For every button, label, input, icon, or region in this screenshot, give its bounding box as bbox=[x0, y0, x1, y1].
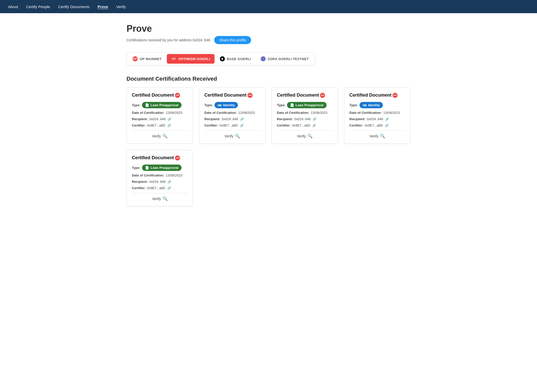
card-0-title: Certified Document bbox=[132, 93, 174, 98]
card-3-divider bbox=[349, 130, 405, 131]
card-4-type-field: Type: 📄 Loan Preapproval bbox=[132, 165, 188, 171]
card-1-type-value: Identity bbox=[223, 103, 235, 107]
card-0-date-value: 12/08/2023 bbox=[166, 111, 182, 115]
card-4-verify-icon: 🔍 bbox=[163, 196, 168, 201]
base-goerli-icon: ⬟ bbox=[220, 56, 225, 61]
tab-op-mainnet[interactable]: OP OP MAINNET bbox=[128, 54, 166, 64]
card-0-certifier-field: Certifier: 0x9E7...a8D 🔗 bbox=[132, 123, 188, 127]
card-0-type-field: Type: 📄 Loan Preapproval bbox=[132, 102, 188, 108]
card-2-type-field: Type: 📄 Loan Preapproval bbox=[277, 102, 333, 108]
nav-verify[interactable]: Verify bbox=[116, 4, 126, 10]
card-3-certifier-link-icon[interactable]: 🔗 bbox=[385, 124, 389, 127]
card-2-divider bbox=[277, 130, 333, 131]
card-1-certifier-field: Certifier: 0x9E7...a8D 🔗 bbox=[204, 123, 260, 127]
card-0-verify-icon: 🔍 bbox=[163, 134, 168, 138]
page-content: Prove Certifications received by you for… bbox=[116, 13, 421, 217]
card-0-certifier-link-icon[interactable]: 🔗 bbox=[167, 124, 171, 127]
card-3-type-badge: 🪪 Identity bbox=[360, 102, 383, 108]
card-4-date-label: Date of Certification: bbox=[132, 173, 164, 177]
card-0-type-label: Type: bbox=[132, 103, 140, 107]
card-0-date-field: Date of Certification: 12/08/2023 bbox=[132, 111, 188, 115]
card-1-title-row: Certified Document OP bbox=[204, 93, 260, 98]
tab-op-mainnet-label: OP MAINNET bbox=[140, 57, 162, 61]
card-1-divider bbox=[204, 130, 260, 131]
card-0-verify-row[interactable]: Verify 🔍 bbox=[132, 134, 188, 138]
card-1-date-label: Date of Certification: bbox=[204, 111, 237, 115]
tab-optimism-goerli[interactable]: OP OPTIMISM GOERLI bbox=[167, 54, 214, 64]
card-4-recipient-label: Recipient: bbox=[132, 180, 148, 184]
card-1-type-badge: 🪪 Identity bbox=[214, 102, 238, 108]
card-2-date-label: Date of Certification: bbox=[277, 111, 309, 115]
section-title: Document Certifications Received bbox=[127, 76, 410, 82]
card-3-type-value: Identity bbox=[368, 103, 380, 107]
card-3-title-row: Certified Document OP bbox=[349, 93, 405, 98]
card-0-recipient-field: Recipient: 0x024..646 🔗 bbox=[132, 117, 188, 121]
card-4-certifier-field: Certifier: 0x9E7...a8D 🔗 bbox=[132, 186, 188, 190]
card-3-verify-row[interactable]: Verify 🔍 bbox=[349, 134, 405, 138]
card-1-recipient-label: Recipient: bbox=[204, 117, 220, 121]
card-1-recipient-value: 0x024..646 bbox=[222, 117, 238, 121]
card-3-certifier-field: Certifier: 0x9E7...a8D 🔗 bbox=[349, 123, 405, 127]
card-0-type-badge: 📄 Loan Preapproval bbox=[142, 102, 182, 108]
card-0-divider bbox=[132, 130, 188, 131]
cert-card-3: Certified Document OP Type: 🪪 Identity D… bbox=[344, 87, 410, 144]
nav-prove[interactable]: Prove bbox=[98, 4, 108, 10]
tab-zora-goerli[interactable]: ZORA GOERLI TESTNET bbox=[256, 54, 313, 64]
card-2-recipient-value: 0x024..646 bbox=[294, 117, 311, 121]
card-1-certifier-link-icon[interactable]: 🔗 bbox=[240, 124, 244, 127]
card-2-recipient-label: Recipient: bbox=[277, 117, 293, 121]
card-0-recipient-label: Recipient: bbox=[132, 117, 148, 121]
card-4-recipient-value: 0x024..646 bbox=[149, 180, 166, 184]
card-2-date-field: Date of Certification: 13/08/2023 bbox=[277, 111, 333, 115]
cert-card-0: Certified Document OP Type: 📄 Loan Preap… bbox=[127, 87, 193, 144]
card-3-date-value: 13/08/2023 bbox=[383, 111, 400, 115]
card-1-certifier-value: 0x9E7...a8D bbox=[220, 123, 238, 127]
card-4-divider bbox=[132, 193, 188, 193]
card-2-type-label: Type: bbox=[277, 103, 285, 107]
card-2-certifier-link-icon[interactable]: 🔗 bbox=[312, 124, 316, 127]
card-2-title: Certified Document bbox=[277, 93, 319, 98]
tab-base-goerli[interactable]: ⬟ BASE GOERLI bbox=[216, 54, 255, 64]
card-1-op-badge: OP bbox=[247, 93, 253, 98]
card-1-recipient-field: Recipient: 0x024..646 🔗 bbox=[204, 117, 260, 121]
card-1-title: Certified Document bbox=[204, 93, 246, 98]
card-1-certifier-label: Certifier: bbox=[204, 123, 218, 127]
identity-icon-1: 🪪 bbox=[218, 103, 222, 107]
card-2-type-value: Loan Preapproval bbox=[296, 103, 324, 107]
card-1-type-label: Type: bbox=[204, 103, 213, 107]
card-4-verify-row[interactable]: Verify 🔍 bbox=[132, 196, 188, 201]
card-3-type-field: Type: 🪪 Identity bbox=[349, 102, 405, 108]
card-0-recipient-link-icon[interactable]: 🔗 bbox=[168, 117, 171, 121]
card-2-certifier-label: Certifier: bbox=[277, 123, 291, 127]
card-0-certifier-label: Certifier: bbox=[132, 123, 146, 127]
card-4-certifier-label: Certifier: bbox=[132, 186, 146, 190]
card-0-recipient-value: 0x024..646 bbox=[149, 117, 166, 121]
card-2-verify-row[interactable]: Verify 🔍 bbox=[277, 134, 333, 138]
card-4-certifier-link-icon[interactable]: 🔗 bbox=[167, 186, 171, 190]
cards-grid-row2: Certified Document OP Type: 📄 Loan Preap… bbox=[127, 150, 410, 206]
card-1-verify-row[interactable]: Verify 🔍 bbox=[204, 134, 260, 138]
card-4-recipient-link-icon[interactable]: 🔗 bbox=[168, 180, 171, 184]
card-3-date-label: Date of Certification: bbox=[349, 111, 382, 115]
card-1-verify-icon: 🔍 bbox=[235, 134, 240, 138]
card-0-date-label: Date of Certification: bbox=[132, 111, 164, 115]
cards-grid-row1: Certified Document OP Type: 📄 Loan Preap… bbox=[127, 87, 410, 144]
card-1-recipient-link-icon[interactable]: 🔗 bbox=[240, 117, 244, 121]
card-4-type-value: Loan Preapproval bbox=[151, 166, 178, 170]
card-4-type-badge: 📄 Loan Preapproval bbox=[142, 165, 182, 171]
tab-zora-goerli-label: ZORA GOERLI TESTNET bbox=[268, 57, 309, 61]
page-title: Prove bbox=[127, 23, 410, 34]
card-4-op-badge: OP bbox=[175, 155, 180, 161]
card-3-certifier-label: Certifier: bbox=[349, 123, 363, 127]
optimism-goerli-icon: OP bbox=[171, 56, 176, 61]
nav-certify-people[interactable]: Certify People bbox=[26, 4, 50, 10]
share-profile-button[interactable]: Share this profile bbox=[214, 36, 251, 44]
card-0-type-value: Loan Preapproval bbox=[151, 103, 178, 107]
card-0-verify-label: Verify bbox=[152, 134, 161, 138]
card-3-recipient-field: Recipient: 0x024..646 🔗 bbox=[349, 117, 405, 121]
nav-about[interactable]: About bbox=[8, 4, 18, 10]
card-4-date-field: Date of Certification: 13/08/2023 bbox=[132, 173, 188, 177]
card-3-recipient-link-icon[interactable]: 🔗 bbox=[385, 117, 389, 121]
nav-certify-documents[interactable]: Certify Documents bbox=[58, 4, 89, 10]
card-2-recipient-link-icon[interactable]: 🔗 bbox=[313, 117, 316, 121]
